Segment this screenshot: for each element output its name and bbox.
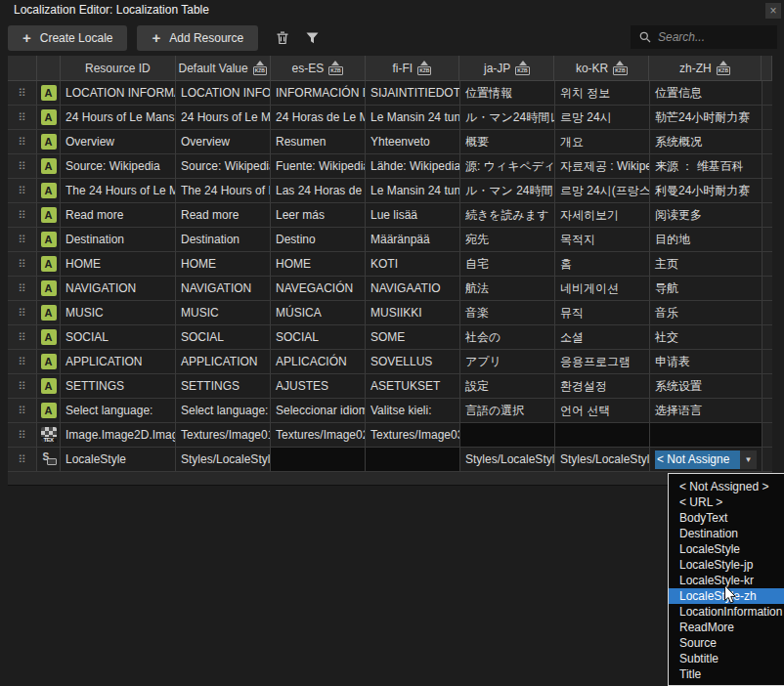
- table-cell[interactable]: NAVIGAATIO: [366, 277, 460, 301]
- create-locale-button[interactable]: + Create Locale: [8, 25, 127, 51]
- filter-button[interactable]: [297, 25, 327, 51]
- table-row[interactable]: ⠿AMUSICMUSICMÚSICAMUSIIKKI音楽뮤직音乐: [8, 301, 772, 325]
- table-cell[interactable]: Resumen: [271, 130, 366, 154]
- row-drag-handle[interactable]: ⠿: [8, 179, 37, 203]
- table-cell[interactable]: 来源 ： 维基百科: [650, 154, 762, 179]
- table-cell[interactable]: LocaleStyle: [61, 448, 176, 472]
- table-cell[interactable]: Seleccionar idiom: [271, 399, 366, 423]
- row-drag-handle[interactable]: ⠿: [8, 350, 37, 374]
- row-drag-handle[interactable]: ⠿: [8, 277, 37, 301]
- table-cell[interactable]: Styles/LocaleStyle: [555, 448, 650, 472]
- table-cell[interactable]: SETTINGS: [61, 374, 176, 399]
- table-cell[interactable]: 목적지: [555, 228, 650, 252]
- table-cell[interactable]: Lue lisää: [366, 203, 460, 228]
- table-cell[interactable]: The 24 Hours of L: [176, 179, 271, 203]
- row-drag-handle[interactable]: ⠿: [8, 81, 37, 106]
- row-drag-handle[interactable]: ⠿: [8, 106, 37, 130]
- table-row[interactable]: ⠿ANAVIGATIONNAVIGATIONNAVEGACIÓNNAVIGAAT…: [8, 277, 772, 301]
- column-header-ja-JP[interactable]: ja-JPKZB: [459, 56, 554, 81]
- table-cell[interactable]: 위치 정보: [555, 81, 650, 106]
- row-drag-handle[interactable]: ⠿: [8, 325, 37, 350]
- table-cell[interactable]: [460, 423, 555, 448]
- dropdown-item[interactable]: Source: [669, 635, 784, 651]
- table-cell[interactable]: 24 Horas de Le M: [271, 106, 366, 130]
- table-row[interactable]: ⠿AAPPLICATIONAPPLICATIONAPLICACIÓNSOVELL…: [8, 350, 772, 374]
- table-row[interactable]: ⠿AThe 24 Hours of Le MThe 24 Hours of LL…: [8, 179, 772, 203]
- table-cell[interactable]: 환경설정: [555, 374, 650, 399]
- table-cell[interactable]: Textures/Image02: [271, 423, 366, 448]
- table-row[interactable]: ⠿ARead moreRead moreLeer másLue lisää続きを…: [8, 203, 772, 228]
- table-cell[interactable]: 位置情報: [460, 81, 555, 106]
- table-cell[interactable]: ル・マン 24時間レース: [460, 179, 555, 203]
- table-cell[interactable]: 勒芒24小时耐力赛: [650, 106, 762, 130]
- table-cell[interactable]: Le Mansin 24 tunn: [366, 179, 460, 203]
- table-cell[interactable]: MUSIC: [61, 301, 176, 325]
- table-row[interactable]: ⠿SLocaleStyleStyles/LocaleStyleStyles/Lo…: [8, 448, 772, 472]
- dropdown-item[interactable]: Subtitle: [669, 651, 784, 666]
- table-cell[interactable]: NAVIGATION: [176, 277, 271, 301]
- table-cell[interactable]: 社交: [650, 325, 762, 350]
- table-cell[interactable]: Leer más: [271, 203, 366, 228]
- dropdown-item[interactable]: Title: [669, 666, 784, 682]
- table-row[interactable]: ⠿A24 Hours of Le Mans24 Hours of Le Ma24…: [8, 106, 772, 130]
- table-cell[interactable]: Destination: [176, 228, 271, 252]
- table-cell[interactable]: NAVEGACIÓN: [271, 277, 366, 301]
- table-cell[interactable]: Styles/LocaleStyle: [176, 448, 271, 472]
- table-cell[interactable]: 개요: [555, 130, 650, 154]
- table-cell[interactable]: [650, 423, 762, 448]
- table-cell[interactable]: 르망 24시(프랑스: [555, 179, 650, 203]
- table-cell[interactable]: SOVELLUS: [366, 350, 460, 374]
- table-cell[interactable]: Select language:: [61, 399, 176, 423]
- table-cell[interactable]: Select language:: [176, 399, 271, 423]
- table-row[interactable]: ⠿ADestinationDestinationDestinoMääränpää…: [8, 228, 772, 252]
- table-cell[interactable]: INFORMACIÓN D: [271, 81, 366, 106]
- table-cell[interactable]: 홈: [555, 252, 650, 277]
- dropdown-item[interactable]: LocaleStyle-jp: [669, 557, 784, 573]
- column-header-fi-FI[interactable]: fi-FIKZB: [366, 56, 460, 81]
- table-cell[interactable]: SIJAINTITIEDOT: [366, 81, 460, 106]
- table-cell[interactable]: Lähde: Wikipedia: [366, 154, 460, 179]
- table-row[interactable]: ⠿ALOCATION INFORMATLOCATION INFORINFORMA…: [8, 81, 772, 106]
- dropdown-item[interactable]: BodyText: [669, 510, 784, 526]
- table-cell[interactable]: 宛先: [460, 228, 555, 252]
- table-cell[interactable]: 자료제공 : Wikipe: [555, 154, 650, 179]
- column-header-resource-id[interactable]: Resource ID: [61, 56, 176, 81]
- table-cell[interactable]: Textures/Image01: [176, 423, 271, 448]
- table-cell[interactable]: APLICACIÓN: [271, 350, 366, 374]
- table-cell[interactable]: 阅读更多: [650, 203, 762, 228]
- table-cell[interactable]: NAVIGATION: [61, 277, 176, 301]
- table-cell[interactable]: 系统设置: [650, 374, 762, 399]
- table-row[interactable]: ⠿ASource: WikipediaSource: WikipediaFuen…: [8, 154, 772, 179]
- table-cell[interactable]: 音楽: [460, 301, 555, 325]
- column-header-default-value[interactable]: Default ValueKZB: [176, 56, 271, 81]
- table-cell[interactable]: [555, 423, 650, 448]
- table-cell-combo[interactable]: < Not Assigne▼: [650, 448, 762, 472]
- table-cell[interactable]: 系统概况: [650, 130, 762, 154]
- table-cell[interactable]: Overview: [176, 130, 271, 154]
- table-cell[interactable]: KOTI: [366, 252, 460, 277]
- row-drag-handle[interactable]: ⠿: [8, 301, 37, 325]
- table-cell[interactable]: 르망 24시: [555, 106, 650, 130]
- table-cell[interactable]: 자세히보기: [555, 203, 650, 228]
- table-cell[interactable]: 続きを読みます: [460, 203, 555, 228]
- dropdown-item[interactable]: Destination: [669, 526, 784, 541]
- row-drag-handle[interactable]: ⠿: [8, 252, 37, 277]
- table-cell[interactable]: AJUSTES: [271, 374, 366, 399]
- table-cell[interactable]: APPLICATION: [176, 350, 271, 374]
- table-cell[interactable]: 利曼24小时耐力赛: [650, 179, 762, 203]
- table-cell[interactable]: 主页: [650, 252, 762, 277]
- dropdown-item[interactable]: ReadMore: [669, 620, 784, 635]
- table-cell[interactable]: 소셜: [555, 325, 650, 350]
- table-cell[interactable]: 概要: [460, 130, 555, 154]
- table-cell[interactable]: アプリ: [460, 350, 555, 374]
- table-cell[interactable]: 응용프로그램: [555, 350, 650, 374]
- table-cell[interactable]: ASETUKSET: [366, 374, 460, 399]
- row-drag-handle[interactable]: ⠿: [8, 448, 37, 472]
- row-drag-handle[interactable]: ⠿: [8, 228, 37, 252]
- table-cell[interactable]: Fuente: Wikipedia: [271, 154, 366, 179]
- table-cell[interactable]: LOCATION INFORMAT: [61, 81, 176, 106]
- table-cell[interactable]: 源: ウィキペディア: [460, 154, 555, 179]
- table-cell[interactable]: Määränpää: [366, 228, 460, 252]
- table-cell[interactable]: HOME: [271, 252, 366, 277]
- table-cell[interactable]: [271, 448, 366, 472]
